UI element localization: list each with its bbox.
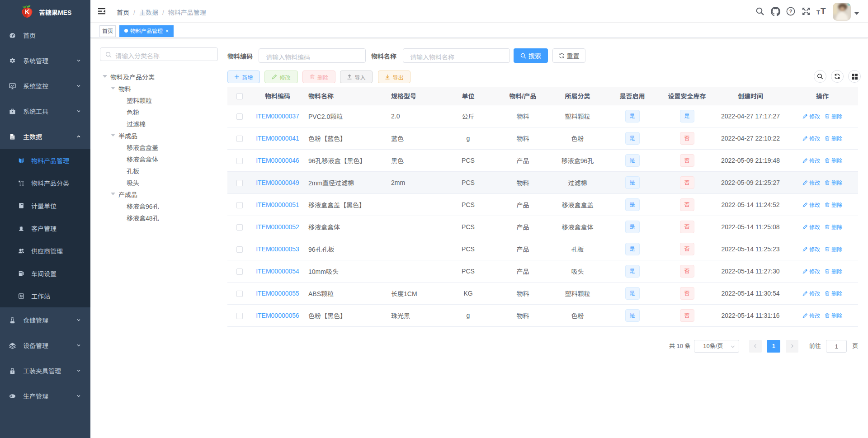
svg-text:K: K xyxy=(25,8,29,15)
svg-text:?: ? xyxy=(789,9,793,14)
